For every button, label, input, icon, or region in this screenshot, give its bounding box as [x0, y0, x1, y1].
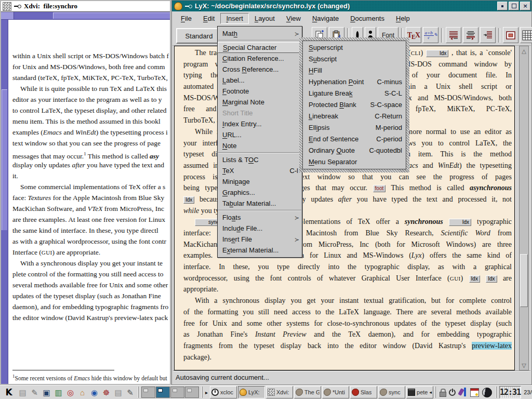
submenu-item-ordinary-quote[interactable]: Ordinary QuoteC-quotedbl: [303, 145, 406, 156]
menu-edit[interactable]: Edit: [197, 13, 220, 24]
menu-item-insert-file[interactable]: Insert File≻: [218, 234, 302, 245]
padlock-icon[interactable]: [440, 389, 446, 396]
minimize-button[interactable]: [497, 2, 508, 10]
scrollbar-thumb[interactable]: [520, 254, 528, 307]
menu-item-lists-toc[interactable]: Lists & TOC: [218, 154, 302, 165]
lyx-titlebar[interactable]: LyX: ~/doc/beginlatex/src/synchro.lyx (c…: [172, 1, 531, 11]
organizer-icon[interactable]: [470, 388, 479, 397]
vertical-scrollbar[interactable]: [1, 20, 8, 384]
taskbar-window-lyx[interactable]: LyX:: [238, 386, 265, 398]
index-inset-chip[interactable]: Idx: [469, 275, 480, 283]
menu-item-include-file[interactable]: Include File...: [218, 223, 302, 234]
panel-handle[interactable]: [138, 387, 139, 398]
menu-item-cross-reference[interactable]: Cross Reference...: [218, 64, 302, 75]
insert-table-button[interactable]: [520, 27, 532, 43]
horizontal-scrollbar[interactable]: [1, 12, 170, 20]
desktop-1[interactable]: [141, 387, 155, 398]
submenu-item-superscript[interactable]: Superscript: [303, 42, 406, 54]
menu-item-note[interactable]: Note: [218, 140, 302, 151]
menu-documents[interactable]: Documents: [344, 13, 390, 24]
menu-item-marginal-note[interactable]: Marginal Note: [218, 97, 302, 108]
index-inset-chip[interactable]: Idx: [426, 50, 448, 57]
xdvi-titlebar[interactable]: Xdvi: file:synchro: [1, 1, 170, 12]
scroll-up-icon[interactable]: △: [520, 47, 528, 55]
tasklist-scroll-left-icon[interactable]: ▸: [204, 390, 209, 395]
menu-item-math[interactable]: Math≻: [218, 28, 302, 39]
menu-item-minipage[interactable]: Minipage: [218, 176, 302, 187]
desktop-2[interactable]: [156, 387, 170, 398]
power-icon[interactable]: [449, 389, 456, 396]
monitor-button[interactable]: ▣: [41, 387, 52, 398]
depth-decrement-button[interactable]: [446, 27, 461, 43]
vertical-scrollbar-thumb[interactable]: [2, 89, 7, 230]
menu-item-external-material[interactable]: External Material...: [218, 245, 302, 256]
horizontal-scrollbar-thumb[interactable]: [53, 12, 170, 19]
taskbar-window-pete[interactable]: pete◂: [406, 386, 433, 398]
klipper-icon[interactable]: [459, 388, 467, 397]
panel-handle[interactable]: [202, 387, 203, 398]
menu-item-footnote[interactable]: Footnote: [218, 86, 302, 97]
menu-item-graphics[interactable]: Graphics...: [218, 187, 302, 198]
maximize-button[interactable]: [509, 2, 519, 10]
panel-handle[interactable]: [435, 387, 436, 398]
documents-button[interactable]: ▤: [17, 387, 29, 398]
scroll-down-icon[interactable]: ▽: [520, 361, 528, 369]
kcontrol-button[interactable]: ▥: [52, 387, 64, 398]
menu-navigate[interactable]: Navigate: [307, 13, 344, 24]
globe-button[interactable]: ◉: [88, 387, 100, 398]
pen-button[interactable]: ✎: [124, 387, 136, 398]
menu-item-tabular-material[interactable]: Tabular Material...: [218, 198, 302, 209]
index-inset-chip[interactable]: Idx: [183, 196, 194, 204]
kfm-button[interactable]: ☸: [100, 387, 112, 398]
desktop-4[interactable]: [185, 387, 199, 398]
taskbar-window-xdvi[interactable]: Xdvi:: [266, 386, 293, 398]
files-button[interactable]: ▤: [112, 387, 124, 398]
menu-layout[interactable]: Layout: [249, 13, 281, 24]
desktop-3[interactable]: [170, 387, 184, 398]
moonphase-icon[interactable]: [482, 388, 492, 397]
submenu-item-ellipsis[interactable]: EllipsisM-period: [303, 122, 406, 134]
menu-insert[interactable]: Insert: [220, 13, 249, 24]
k-menu-button[interactable]: K: [1, 386, 17, 398]
insert-figure-button[interactable]: [503, 27, 518, 43]
submenu-item-end-of-sentence[interactable]: End of SentenceC-period: [303, 134, 406, 145]
menu-file[interactable]: File: [175, 13, 197, 24]
taskbar-window-xcloc[interactable]: xcloc: [210, 386, 237, 398]
close-button[interactable]: ×: [520, 2, 530, 10]
submenu-item-ligature-break[interactable]: Ligature BreakS-C-L: [303, 88, 406, 99]
menu-item-citation-reference[interactable]: Citation Reference...: [218, 53, 302, 64]
help-button[interactable]: ◎: [64, 387, 76, 398]
digital-clock[interactable]: 12:31: [499, 386, 521, 398]
taskbar-window-slas[interactable]: Slas: [350, 386, 377, 398]
depth-increment-button[interactable]: [463, 27, 478, 43]
footnote-inset-chip[interactable]: foot: [373, 185, 386, 192]
home-button[interactable]: ⌂: [76, 387, 88, 398]
insert-math-button[interactable]: a+bc ✎: [423, 27, 438, 43]
menu-item-floats[interactable]: Floats≻: [218, 212, 302, 223]
taskbar-window-sync[interactable]: sync: [378, 386, 405, 398]
menu-item-index-entry[interactable]: Index Entry...: [218, 118, 302, 129]
submenu-item-protected-blank[interactable]: Protected BlankS-C-space: [303, 99, 406, 111]
tasklist-scroll-icon[interactable]: ◂: [430, 390, 432, 395]
paragraph-style-selector[interactable]: Standard: [176, 28, 222, 44]
panel-handle[interactable]: [496, 387, 497, 398]
document-scrollbar[interactable]: △ ▽: [519, 46, 529, 370]
taskbar-window-unti[interactable]: *Unti: [322, 386, 349, 398]
taskbar-window-the-g[interactable]: The G: [294, 386, 321, 398]
submenu-item-hfill[interactable]: HFill: [303, 65, 406, 76]
submenu-item-menu-separator[interactable]: Menu Separator: [303, 156, 406, 168]
menu-item-url[interactable]: URL...: [218, 129, 302, 140]
menu-item-special-character[interactable]: Special Character: [218, 42, 302, 53]
notepad-button[interactable]: ✎: [29, 387, 41, 398]
menu-help[interactable]: Help: [390, 13, 416, 24]
submenu-item-hyphenation-point[interactable]: Hyphenation PointC-minus: [303, 76, 406, 88]
menu-item-tex[interactable]: TeXC-l: [218, 165, 302, 176]
submenu-item-subscript[interactable]: Subscript: [303, 54, 406, 65]
menu-item-label[interactable]: Label...: [218, 75, 302, 86]
insert-margin-button[interactable]: [480, 27, 496, 43]
index-inset-chip[interactable]: Idx: [486, 275, 497, 283]
index-inset-chip[interactable]: Idx: [449, 219, 471, 226]
menu-view[interactable]: View: [281, 13, 307, 24]
submenu-item-linebreak[interactable]: LinebreakC-Return: [303, 111, 406, 122]
date-display[interactable]: 23/03/03: [521, 389, 532, 395]
